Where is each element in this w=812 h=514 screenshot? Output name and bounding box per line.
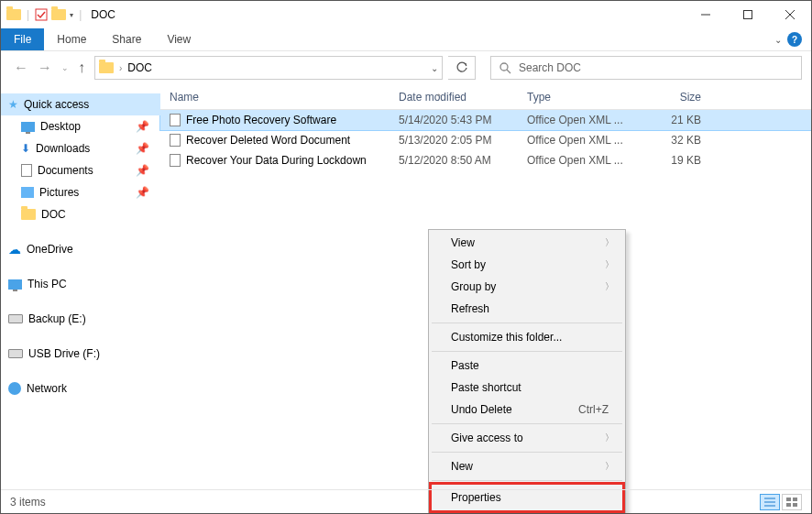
sidebar-item-label: Pictures (39, 186, 79, 199)
ctx-undo-delete[interactable]: Undo DeleteCtrl+Z (431, 399, 623, 421)
sidebar-onedrive[interactable]: ☁ OneDrive (1, 238, 160, 260)
file-size: 19 KB (637, 154, 710, 167)
pin-icon: 📌 (136, 164, 149, 177)
sidebar-network[interactable]: Network (1, 377, 160, 399)
ctx-group-by[interactable]: Group by〉 (431, 276, 623, 298)
help-icon[interactable]: ? (787, 32, 802, 47)
ctx-label: Customize this folder... (451, 331, 562, 344)
column-size[interactable]: Size (637, 91, 710, 104)
ctx-label: Sort by (451, 258, 486, 271)
maximize-button[interactable] (727, 1, 769, 28)
ctx-view[interactable]: View〉 (431, 232, 623, 254)
ctx-refresh[interactable]: Refresh (431, 298, 623, 320)
thumbnails-view-button[interactable] (782, 494, 802, 510)
checkmark-icon[interactable] (35, 8, 48, 21)
drive-icon (8, 349, 23, 358)
sidebar-backup[interactable]: Backup (E:) (1, 308, 160, 330)
home-tab[interactable]: Home (44, 28, 99, 50)
document-icon (170, 114, 181, 126)
up-button[interactable]: ↑ (78, 60, 85, 76)
dropdown-icon[interactable]: ▾ (70, 11, 73, 19)
chevron-right-icon: 〉 (605, 460, 614, 473)
status-bar: 3 items (1, 489, 811, 513)
file-size: 32 KB (637, 134, 710, 147)
ctx-give-access[interactable]: Give access to〉 (431, 427, 623, 449)
navigation-pane: ★ Quick access Desktop 📌 ⬇ Downloads 📌 D… (1, 84, 160, 491)
file-type: Office Open XML ... (527, 154, 637, 167)
svg-rect-2 (744, 11, 752, 19)
title-bar: | ▾ | DOC (1, 1, 811, 28)
recent-dropdown[interactable]: ⌄ (61, 63, 69, 72)
sidebar-pictures[interactable]: Pictures 📌 (1, 181, 160, 203)
sidebar-this-pc[interactable]: This PC (1, 273, 160, 295)
ctx-sort-by[interactable]: Sort by〉 (431, 254, 623, 276)
search-placeholder: Search DOC (519, 61, 581, 74)
chevron-down-icon[interactable]: ⌄ (774, 35, 782, 45)
file-name: Recover Deleted Word Document (186, 134, 350, 147)
ctx-paste-shortcut[interactable]: Paste shortcut (431, 377, 623, 399)
ctx-label: Refresh (451, 302, 489, 315)
sidebar-item-label: Quick access (24, 98, 89, 111)
network-icon (8, 382, 21, 395)
drive-icon (8, 314, 23, 323)
forward-button[interactable]: → (38, 60, 52, 76)
sidebar-doc[interactable]: DOC (1, 203, 160, 225)
column-type[interactable]: Type (527, 91, 637, 104)
chevron-right-icon: 〉 (605, 280, 614, 293)
sidebar-downloads[interactable]: ⬇ Downloads 📌 (1, 137, 160, 159)
view-tab[interactable]: View (154, 28, 203, 50)
back-button[interactable]: ← (14, 60, 28, 76)
context-menu: View〉 Sort by〉 Group by〉 Refresh Customi… (428, 229, 626, 514)
svg-point-5 (500, 63, 508, 71)
sort-indicator-icon: ⌃ (435, 93, 443, 102)
sidebar-quick-access[interactable]: ★ Quick access (1, 93, 160, 115)
ctx-paste[interactable]: Paste (431, 355, 623, 377)
chevron-right-icon[interactable]: › (119, 63, 122, 73)
refresh-button[interactable] (448, 56, 476, 80)
file-type: Office Open XML ... (527, 114, 637, 126)
ctx-label: Undo Delete (451, 403, 512, 416)
sidebar-item-label: USB Drive (F:) (28, 347, 100, 360)
pictures-icon (21, 187, 34, 198)
ctx-label: Give access to (451, 432, 523, 444)
ctx-label: View (451, 236, 475, 249)
file-date: 5/14/2020 5:43 PM (399, 114, 527, 126)
separator (432, 452, 622, 453)
sidebar-item-label: Desktop (40, 120, 81, 133)
file-row[interactable]: Free Photo Recovery Software5/14/2020 5:… (160, 110, 811, 130)
pin-icon: 📌 (136, 186, 149, 199)
sidebar-item-label: DOC (41, 208, 66, 221)
cloud-icon: ☁ (8, 242, 21, 257)
ctx-customize[interactable]: Customize this folder... (431, 326, 623, 348)
file-type: Office Open XML ... (527, 134, 637, 147)
svg-rect-10 (786, 498, 791, 501)
computer-icon (8, 279, 22, 290)
sidebar-desktop[interactable]: Desktop 📌 (1, 115, 160, 137)
sidebar-documents[interactable]: Documents 📌 (1, 159, 160, 181)
ctx-label: Paste shortcut (451, 381, 521, 394)
file-row[interactable]: Recover Your Data During Lockdown5/12/20… (160, 150, 811, 170)
svg-line-6 (507, 70, 510, 73)
folder-icon (6, 9, 21, 20)
ctx-new[interactable]: New〉 (431, 455, 623, 477)
search-icon (499, 61, 511, 74)
file-tab[interactable]: File (1, 28, 44, 50)
minimize-button[interactable] (685, 1, 727, 28)
file-row[interactable]: Recover Deleted Word Document5/13/2020 2… (160, 130, 811, 150)
column-date[interactable]: Date modified (399, 91, 527, 104)
search-input[interactable]: Search DOC (490, 56, 802, 80)
column-name[interactable]: Name (160, 91, 399, 104)
sidebar-usb[interactable]: USB Drive (F:) (1, 343, 160, 365)
svg-rect-11 (793, 498, 797, 501)
folder-icon[interactable] (51, 9, 66, 20)
chevron-right-icon: 〉 (605, 236, 614, 249)
address-input[interactable]: › DOC ⌄ (94, 56, 443, 80)
chevron-down-icon[interactable]: ⌄ (431, 63, 438, 73)
file-name: Free Photo Recovery Software (186, 114, 336, 126)
pin-icon: 📌 (136, 120, 149, 133)
divider: | (27, 8, 29, 21)
close-button[interactable] (769, 1, 811, 28)
details-view-button[interactable] (760, 494, 780, 510)
ctx-label: Paste (451, 359, 479, 372)
share-tab[interactable]: Share (99, 28, 154, 50)
